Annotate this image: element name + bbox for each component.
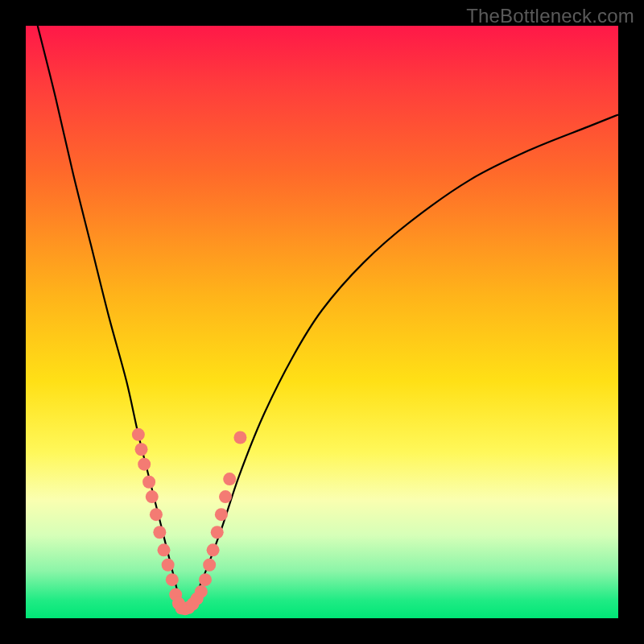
data-point xyxy=(219,490,232,503)
data-point xyxy=(157,543,170,556)
bottleneck-curve xyxy=(38,26,618,611)
data-point xyxy=(223,473,236,485)
data-point xyxy=(150,508,163,521)
chart-frame: TheBottleneck.com xyxy=(0,0,644,644)
data-point xyxy=(211,526,224,539)
data-point xyxy=(132,428,145,441)
data-point xyxy=(233,431,246,444)
watermark-text: TheBottleneck.com xyxy=(466,5,634,27)
data-point xyxy=(215,508,228,521)
data-point xyxy=(138,458,151,471)
data-point xyxy=(166,573,179,586)
data-point xyxy=(153,526,166,539)
curve-svg xyxy=(26,26,618,618)
plot-area xyxy=(26,26,618,618)
data-point xyxy=(199,573,212,586)
data-point xyxy=(195,585,208,598)
data-point xyxy=(207,543,220,556)
data-point xyxy=(146,490,159,503)
data-points xyxy=(132,428,247,615)
data-point xyxy=(203,559,216,572)
data-point xyxy=(162,559,175,572)
data-point xyxy=(135,443,148,456)
data-point xyxy=(142,476,155,489)
